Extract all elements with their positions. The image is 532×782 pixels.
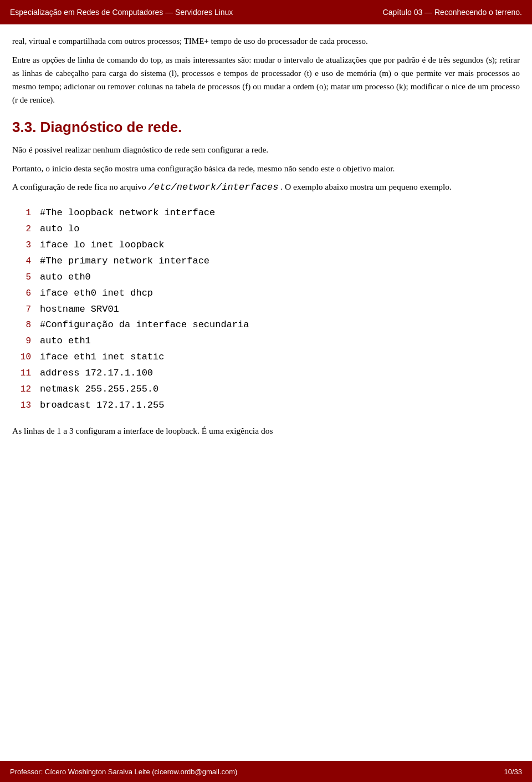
intro-paragraph: real, virtual e compartilhada com outros… (12, 34, 520, 48)
section-para3-pre: A configuração de rede fica no arquivo (12, 182, 146, 191)
code-line: 1#The loopback network interface (12, 205, 520, 221)
line-content: iface eth0 inet dhcp (40, 286, 153, 302)
page-footer: Professor: Cícero Woshington Saraiva Lei… (0, 761, 532, 782)
header-course-title: Especialização em Redes de Computadores … (10, 8, 233, 17)
line-number: 5 (12, 270, 40, 285)
code-line: 13 broadcast 172.17.1.255 (12, 398, 520, 414)
main-content: real, virtual e compartilhada com outros… (0, 24, 532, 761)
code-line: 8#Configuração da interface secundaria (12, 317, 520, 333)
code-block: 1#The loopback network interface2auto lo… (12, 205, 520, 414)
paragraph-1: Entre as opções de linha de comando do t… (12, 53, 520, 106)
code-line: 11 address 172.17.1.100 (12, 365, 520, 382)
bottom-paragraph: As linhas de 1 a 3 configuram a interfac… (12, 424, 520, 438)
code-line: 5auto eth0 (12, 270, 520, 286)
line-number: 2 (12, 222, 40, 237)
line-number: 4 (12, 254, 40, 269)
code-line: 10iface eth1 inet static (12, 349, 520, 365)
line-number: 6 (12, 286, 40, 301)
code-line: 6iface eth0 inet dhcp (12, 286, 520, 302)
line-number: 7 (12, 302, 40, 317)
line-content: iface lo inet loopback (40, 237, 164, 253)
line-number: 8 (12, 318, 40, 333)
line-number: 3 (12, 238, 40, 253)
code-line: 9auto eth1 (12, 333, 520, 349)
line-content: #Configuração da interface secundaria (40, 317, 249, 333)
line-content: netmask 255.255.255.0 (40, 382, 158, 398)
code-line: 4#The primary network interface (12, 253, 520, 270)
line-content: broadcast 172.17.1.255 (40, 398, 164, 414)
line-content: auto eth0 (40, 270, 91, 286)
code-line: 2auto lo (12, 221, 520, 237)
footer-professor: Professor: Cícero Woshington Saraiva Lei… (10, 768, 237, 776)
line-content: iface eth1 inet static (40, 349, 164, 365)
line-number: 12 (12, 382, 40, 397)
line-content: hostname SRV01 (40, 302, 119, 318)
section-para3-code: /etc/network/interfaces (149, 182, 279, 192)
section-title-3-3: 3.3. Diagnóstico de rede. (12, 119, 520, 136)
line-number: 9 (12, 334, 40, 349)
section-paragraph-3: A configuração de rede fica no arquivo /… (12, 180, 520, 195)
line-content: #The loopback network interface (40, 205, 215, 221)
line-number: 1 (12, 206, 40, 221)
line-content: address 172.17.1.100 (40, 365, 153, 382)
section-paragraph-2: Portanto, o início desta seção mostra um… (12, 161, 520, 176)
line-number: 10 (12, 350, 40, 365)
section-paragraph-1: Não é possível realizar nenhum diagnósti… (12, 143, 520, 157)
section-para3-post: . O exemplo abaixo mostra um pequeno exe… (280, 182, 452, 191)
footer-page-number: 10/33 (504, 768, 522, 776)
code-line: 3iface lo inet loopback (12, 237, 520, 253)
line-content: auto lo (40, 221, 79, 237)
header-chapter-title: Capítulo 03 — Reconhecendo o terreno. (383, 8, 522, 17)
line-number: 11 (12, 366, 40, 381)
line-content: #The primary network interface (40, 253, 209, 270)
code-line: 7 hostname SRV01 (12, 302, 520, 318)
page-header: Especialização em Redes de Computadores … (0, 0, 532, 24)
code-line: 12 netmask 255.255.255.0 (12, 382, 520, 398)
line-content: auto eth1 (40, 333, 91, 349)
line-number: 13 (12, 398, 40, 413)
